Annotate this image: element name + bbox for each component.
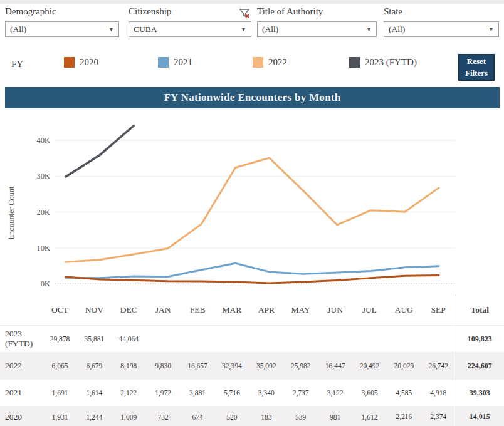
filter-state: State (All) ▼ xyxy=(384,6,499,37)
legend-swatch-2020[interactable] xyxy=(64,57,75,68)
table-cell: 1,614 xyxy=(77,389,112,397)
legend-label-2021: 2021 xyxy=(174,57,192,68)
table-header-month: DEC xyxy=(112,305,146,315)
table-cell: 8,198 xyxy=(112,362,146,370)
fy-legend: FY 2020 2021 2022 2023 (FYTD) Reset Filt… xyxy=(0,53,504,83)
row-label: 2023 (FYTD) xyxy=(0,329,33,348)
table-header-month: JUN xyxy=(318,305,352,315)
reset-filters-button[interactable]: Reset Filters xyxy=(458,54,495,81)
table-cell: 3,881 xyxy=(181,389,215,397)
y-tick-label: 10K xyxy=(36,244,50,252)
row-label: 2021 xyxy=(0,388,43,398)
state-dropdown[interactable]: (All) ▼ xyxy=(384,21,499,37)
table-cell: 539 xyxy=(283,413,318,421)
state-value: (All) xyxy=(389,24,405,34)
table-cell: 981 xyxy=(318,413,352,421)
table-header-month: MAR xyxy=(214,305,249,315)
chevron-down-icon[interactable]: ▼ xyxy=(108,26,114,33)
encounters-table: OCTNOVDECJANFEBMARAPRMAYJUNJULAUGSEPTota… xyxy=(0,294,504,426)
table-cell: 26,742 xyxy=(421,362,456,370)
table-header-month: OCT xyxy=(43,305,77,315)
line-2021[interactable] xyxy=(66,263,439,278)
page-top-strip xyxy=(0,0,504,4)
line-2023-FYTD-[interactable] xyxy=(66,126,134,177)
title-of-authority-value: (All) xyxy=(262,24,278,34)
legend-item-2022[interactable]: 2022 xyxy=(253,57,287,68)
table-header-month: SEP xyxy=(421,305,456,315)
demographic-dropdown[interactable]: (All) ▼ xyxy=(5,21,119,37)
y-axis-title: Encounter Count xyxy=(7,186,16,240)
legend-swatch-2021[interactable] xyxy=(158,57,169,68)
table-header-month: NOV xyxy=(77,305,112,315)
table-row-2020: 20201,9311,2441,0097326745201835399811,6… xyxy=(0,407,504,426)
legend-swatch-2022[interactable] xyxy=(253,57,263,68)
encounters-line-chart: 0K10K20K30K40KEncounter Count xyxy=(0,113,504,294)
y-tick-label: 30K xyxy=(36,172,50,180)
table-cell: 6,065 xyxy=(43,362,77,370)
table-header-row: OCTNOVDECJANFEBMARAPRMAYJUNJULAUGSEPTota… xyxy=(0,294,504,326)
table-cell: 44,064 xyxy=(112,335,146,343)
y-tick-label: 40K xyxy=(36,136,50,145)
chevron-down-icon[interactable]: ▼ xyxy=(366,26,372,33)
table-cell-total: 224,607 xyxy=(456,361,504,371)
table-cell: 1,691 xyxy=(43,389,77,397)
table-header-month: MAY xyxy=(283,305,318,315)
legend-item-2021[interactable]: 2021 xyxy=(158,57,192,68)
table-cell: 2,737 xyxy=(283,389,318,397)
filter-citizenship-label: Citizenship xyxy=(129,6,251,17)
table-header-month: JAN xyxy=(146,305,181,315)
table-cell-total: 14,015 xyxy=(456,412,504,422)
table-cell: 2,374 xyxy=(421,407,456,426)
table-row-2021: 20211,6911,6142,1221,9723,8815,7163,3402… xyxy=(0,380,504,407)
table-cell: 20,029 xyxy=(387,362,421,370)
row-label: 2020 xyxy=(0,412,43,422)
table-header-month: APR xyxy=(249,305,283,315)
table-cell: 3,122 xyxy=(318,389,352,397)
table-header-month: JUL xyxy=(352,305,387,315)
table-header-month: FEB xyxy=(181,305,215,315)
table-cell: 732 xyxy=(146,413,181,421)
table-cell: 1,244 xyxy=(77,413,112,421)
title-of-authority-dropdown[interactable]: (All) ▼ xyxy=(257,21,377,37)
table-cell: 4,585 xyxy=(387,389,421,397)
legend-label-2022: 2022 xyxy=(268,57,287,68)
table-cell-total: 39,303 xyxy=(456,388,504,398)
table-cell: 3,605 xyxy=(352,389,387,397)
table-cell: 5,716 xyxy=(214,389,249,397)
table-cell: 25,982 xyxy=(283,362,318,370)
chevron-down-icon[interactable]: ▼ xyxy=(241,26,246,33)
legend-label-2023: 2023 (FYTD) xyxy=(365,57,417,68)
filter-state-label: State xyxy=(384,6,499,17)
filter-demographic-label: Demographic xyxy=(5,6,119,17)
table-row-2022: 20226,0656,6798,1989,83016,65732,39435,0… xyxy=(0,353,504,380)
fy-legend-title: FY xyxy=(11,59,23,70)
table-cell: 1,972 xyxy=(146,389,181,397)
table-cell: 16,657 xyxy=(181,362,215,370)
table-cell: 1,612 xyxy=(352,413,387,421)
legend-item-2023[interactable]: 2023 (FYTD) xyxy=(349,57,417,68)
filter-citizenship: Citizenship CUBA ▼ xyxy=(129,6,251,37)
line-2022[interactable] xyxy=(66,158,439,262)
table-cell: 1,009 xyxy=(112,413,146,421)
table-cell: 4,918 xyxy=(421,389,456,397)
legend-label-2020: 2020 xyxy=(80,57,98,68)
y-tick-label: 0K xyxy=(41,279,50,288)
table-header-month: AUG xyxy=(387,305,421,315)
table-cell: 6,679 xyxy=(77,362,112,370)
table-cell: 20,492 xyxy=(352,362,387,370)
clear-filter-icon[interactable] xyxy=(239,8,250,19)
filter-title-of-authority-label: Title of Authority xyxy=(257,6,377,17)
legend-swatch-2023[interactable] xyxy=(349,57,360,68)
citizenship-dropdown[interactable]: CUBA ▼ xyxy=(129,21,251,37)
table-cell: 9,830 xyxy=(146,362,181,370)
citizenship-value: CUBA xyxy=(134,24,157,34)
chart-svg: 0K10K20K30K40KEncounter Count xyxy=(0,113,504,294)
table-cell: 3,340 xyxy=(249,389,283,397)
y-tick-label: 20K xyxy=(36,208,50,217)
table-header-total: Total xyxy=(456,305,504,315)
table-cell: 1,931 xyxy=(43,413,77,421)
legend-item-2020[interactable]: 2020 xyxy=(64,57,98,68)
table-cell: 2,216 xyxy=(387,407,421,426)
row-label: 2022 xyxy=(0,361,43,371)
chevron-down-icon[interactable]: ▼ xyxy=(488,26,494,33)
